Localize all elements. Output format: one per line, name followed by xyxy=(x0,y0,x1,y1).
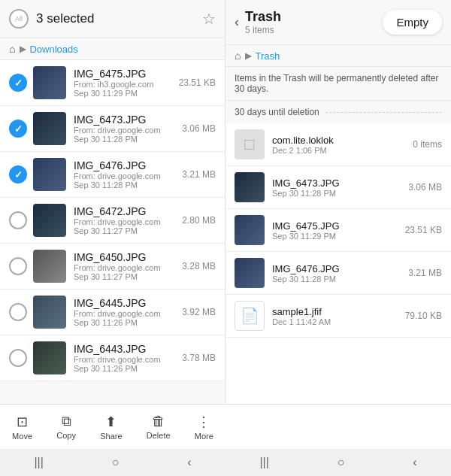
file-source: From: drive.google.com xyxy=(74,171,176,180)
toolbar-icon: ⋮ xyxy=(197,414,210,430)
selected-count: 3 selected xyxy=(36,11,202,26)
right-breadcrumb-arrow: ▶ xyxy=(245,50,252,61)
file-checkbox[interactable] xyxy=(9,257,27,275)
toolbar-icon: 🗑 xyxy=(152,414,165,429)
left-file-item[interactable]: IMG_6445.JPG From: drive.google.com Sep … xyxy=(0,290,225,335)
file-name: IMG_6473.JPG xyxy=(74,114,176,126)
file-checkbox[interactable] xyxy=(9,303,27,321)
empty-button[interactable]: Empty xyxy=(383,10,442,35)
trash-file-info: IMG_6473.JPG Sep 30 11:28 PM xyxy=(272,177,408,198)
left-file-item[interactable]: IMG_6443.JPG From: drive.google.com Sep … xyxy=(0,335,225,381)
left-file-list: IMG_6475.JPG From: ih3.google.com Sep 30… xyxy=(0,60,225,404)
trash-file-info: com.lite.loklok Dec 2 1:06 PM xyxy=(272,135,413,155)
toolbar-move[interactable]: ⊡ Move xyxy=(6,411,38,444)
file-info: IMG_6450.JPG From: drive.google.com Sep … xyxy=(74,251,176,281)
right-breadcrumb-folder[interactable]: Trash xyxy=(255,50,280,62)
back-arrow-icon[interactable]: ‹ xyxy=(235,14,239,30)
star-icon[interactable]: ☆ xyxy=(202,10,216,28)
trash-file-date: Sep 30 11:29 PM xyxy=(272,232,405,241)
trash-file-item[interactable]: 📄 sample1.jfif Dec 1 11:42 AM 79.10 KB xyxy=(226,295,451,338)
file-size: 3.78 MB xyxy=(182,353,216,363)
bottom-nav: ||| ○ ‹ ||| ○ ‹ xyxy=(0,449,451,476)
trash-file-name: sample1.jfif xyxy=(272,306,405,317)
file-checkbox[interactable] xyxy=(9,211,27,229)
deletion-countdown: 30 days until deletion xyxy=(226,101,451,123)
file-name: IMG_6472.JPG xyxy=(74,205,176,217)
file-date: Sep 30 11:28 PM xyxy=(74,180,176,189)
countdown-label: 30 days until deletion xyxy=(235,107,319,117)
left-file-item[interactable]: IMG_6473.JPG From: drive.google.com Sep … xyxy=(0,106,225,152)
right-nav-home-icon[interactable]: ○ xyxy=(337,456,345,469)
toolbar-icon: ⊡ xyxy=(17,414,28,430)
file-info: IMG_6475.JPG From: ih3.google.com Sep 30… xyxy=(74,68,173,98)
trash-file-name: IMG_6476.JPG xyxy=(272,263,408,274)
trash-file-name: IMG_6473.JPG xyxy=(272,177,408,189)
file-thumbnail xyxy=(33,66,66,99)
toolbar-label: Delete xyxy=(147,431,171,440)
select-all-checkbox[interactable]: All xyxy=(9,9,29,29)
file-checkbox[interactable] xyxy=(9,74,27,92)
file-checkbox[interactable] xyxy=(9,120,27,138)
left-file-item[interactable]: IMG_6475.JPG From: ih3.google.com Sep 30… xyxy=(0,60,225,106)
trash-file-size: 79.10 KB xyxy=(405,311,442,321)
file-date: Sep 30 11:27 PM xyxy=(74,272,176,281)
file-date: Sep 30 11:27 PM xyxy=(74,226,176,235)
trash-file-item[interactable]: IMG_6476.JPG Sep 30 11:28 PM 3.21 MB xyxy=(226,252,451,295)
left-file-item[interactable]: IMG_6476.JPG From: drive.google.com Sep … xyxy=(0,152,225,198)
toolbar-label: More xyxy=(195,432,213,441)
right-toolbar xyxy=(226,405,451,449)
file-source: From: drive.google.com xyxy=(74,217,176,226)
trash-file-item[interactable]: IMG_6473.JPG Sep 30 11:28 PM 3.06 MB xyxy=(226,166,451,209)
file-info: IMG_6473.JPG From: drive.google.com Sep … xyxy=(74,114,176,144)
file-name: IMG_6450.JPG xyxy=(74,251,176,263)
file-thumbnail xyxy=(33,158,66,191)
breadcrumb-folder[interactable]: Downloads xyxy=(29,44,77,55)
trash-thumb: □ xyxy=(235,129,265,159)
nav-menu-icon[interactable]: ||| xyxy=(34,456,43,469)
file-source: From: drive.google.com xyxy=(74,263,176,272)
trash-file-item[interactable]: □ com.lite.loklok Dec 2 1:06 PM 0 items xyxy=(226,123,451,166)
left-header: All 3 selected ☆ xyxy=(0,0,225,38)
file-date: Sep 30 11:26 PM xyxy=(74,364,176,373)
nav-home-icon[interactable]: ○ xyxy=(112,456,120,469)
file-date: Sep 30 11:29 PM xyxy=(74,89,173,98)
right-nav-menu-icon[interactable]: ||| xyxy=(259,456,268,469)
toolbar-label: Move xyxy=(12,432,32,441)
trash-thumb xyxy=(235,215,265,245)
right-panel: ‹ Trash 5 items Empty ⌂ ▶ Trash Items in… xyxy=(226,0,451,404)
file-info: IMG_6476.JPG From: drive.google.com Sep … xyxy=(74,159,176,189)
trash-file-item[interactable]: IMG_6475.JPG Sep 30 11:29 PM 23.51 KB xyxy=(226,209,451,252)
trash-info: Items in the Trash will be permanently d… xyxy=(226,67,451,101)
home-icon[interactable]: ⌂ xyxy=(9,43,15,55)
toolbar-icon: ⧉ xyxy=(62,414,71,429)
file-size: 3.92 MB xyxy=(182,307,216,317)
right-header: ‹ Trash 5 items Empty xyxy=(226,0,451,45)
file-name: IMG_6476.JPG xyxy=(74,159,176,171)
toolbar-label: Share xyxy=(100,432,122,441)
file-checkbox[interactable] xyxy=(9,349,27,367)
right-nav-back-icon[interactable]: ‹ xyxy=(413,456,416,469)
trash-file-info: IMG_6475.JPG Sep 30 11:29 PM xyxy=(272,220,405,241)
file-source: From: drive.google.com xyxy=(74,309,176,318)
nav-back-icon[interactable]: ‹ xyxy=(187,456,191,469)
trash-file-size: 23.51 KB xyxy=(405,225,442,235)
right-breadcrumb: ⌂ ▶ Trash xyxy=(226,45,451,67)
trash-file-size: 3.21 MB xyxy=(408,268,442,278)
toolbar-share[interactable]: ⬆ Share xyxy=(94,411,128,444)
file-name: IMG_6445.JPG xyxy=(74,297,176,309)
toolbar-copy[interactable]: ⧉ Copy xyxy=(50,411,82,443)
trash-header-info: Trash 5 items xyxy=(245,9,383,35)
trash-file-date: Dec 2 1:06 PM xyxy=(272,146,413,155)
file-checkbox[interactable] xyxy=(9,165,27,183)
left-file-item[interactable]: IMG_6450.JPG From: drive.google.com Sep … xyxy=(0,244,225,290)
file-size: 23.51 KB xyxy=(179,77,216,88)
toolbar-delete[interactable]: 🗑 Delete xyxy=(141,411,177,443)
trash-subtitle: 5 items xyxy=(245,25,383,35)
toolbar-more[interactable]: ⋮ More xyxy=(189,411,219,444)
right-home-icon[interactable]: ⌂ xyxy=(235,50,241,62)
left-file-item[interactable]: IMG_6472.JPG From: drive.google.com Sep … xyxy=(0,198,225,244)
file-thumbnail xyxy=(33,204,66,237)
file-thumbnail xyxy=(33,250,66,283)
trash-thumb xyxy=(235,258,265,288)
trash-title: Trash xyxy=(245,9,383,25)
